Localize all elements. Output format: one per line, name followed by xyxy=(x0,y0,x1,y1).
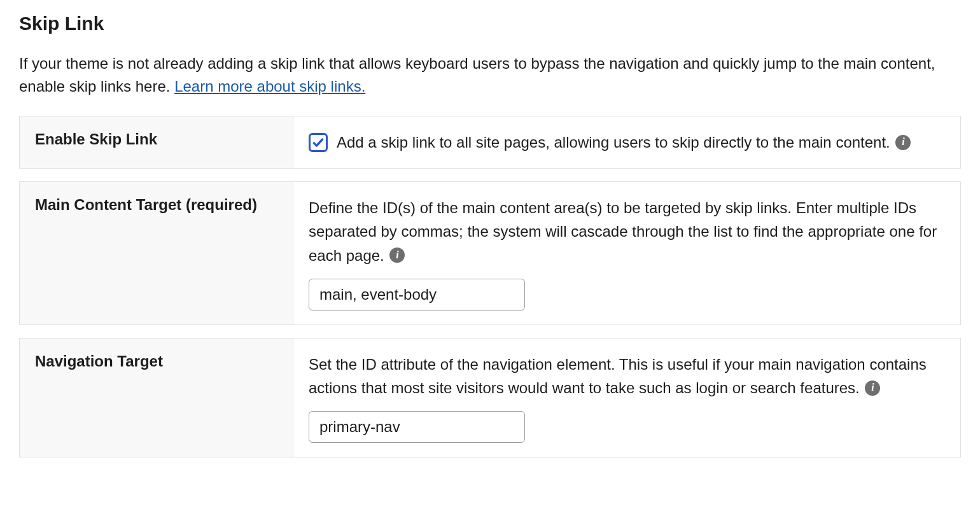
info-icon[interactable]: i xyxy=(865,380,880,396)
check-icon xyxy=(312,136,325,149)
enable-skip-link-description: Add a skip link to all site pages, allow… xyxy=(337,134,890,151)
learn-more-link[interactable]: Learn more about skip links. xyxy=(174,78,365,95)
content-main-content-target: Define the ID(s) of the main content are… xyxy=(293,182,960,324)
label-enable-skip-link: Enable Skip Link xyxy=(20,116,293,168)
info-icon[interactable]: i xyxy=(389,248,405,263)
row-enable-skip-link: Enable Skip Link Add a skip link to all … xyxy=(19,116,961,169)
section-description: If your theme is not already adding a sk… xyxy=(19,52,961,98)
content-navigation-target: Set the ID attribute of the navigation e… xyxy=(293,338,960,457)
row-main-content-target: Main Content Target (required) Define th… xyxy=(19,181,961,325)
section-description-text: If your theme is not already adding a sk… xyxy=(19,55,935,95)
enable-skip-link-checkbox[interactable] xyxy=(309,133,328,152)
label-main-content-target: Main Content Target (required) xyxy=(20,182,293,324)
row-navigation-target: Navigation Target Set the ID attribute o… xyxy=(19,338,961,457)
content-enable-skip-link: Add a skip link to all site pages, allow… xyxy=(293,116,960,168)
navigation-target-description: Set the ID attribute of the navigation e… xyxy=(309,356,927,396)
label-navigation-target: Navigation Target xyxy=(20,338,293,457)
info-icon[interactable]: i xyxy=(895,135,911,150)
navigation-target-input[interactable] xyxy=(309,411,525,443)
main-content-target-input[interactable] xyxy=(309,279,525,310)
enable-skip-link-text: Add a skip link to all site pages, allow… xyxy=(337,130,945,154)
section-title: Skip Link xyxy=(19,13,961,34)
